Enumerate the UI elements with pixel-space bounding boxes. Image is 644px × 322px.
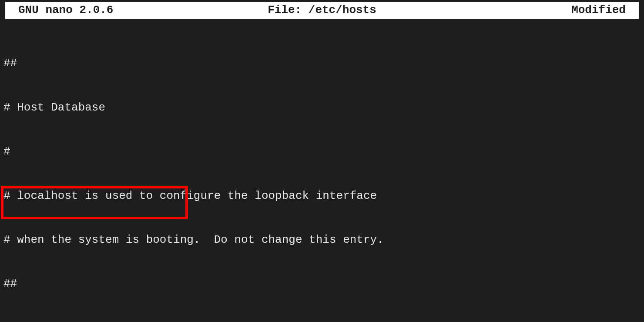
terminal-window: GNU nano 2.0.6 File: /etc/hosts Modified… (0, 2, 644, 322)
file-line: ## (3, 277, 641, 292)
nano-titlebar: GNU nano 2.0.6 File: /etc/hosts Modified (5, 2, 639, 19)
nano-modified-status: Modified (423, 3, 626, 18)
file-line: # when the system is booting. Do not cha… (3, 233, 641, 248)
editor-text-area[interactable]: ## # Host Database # # localhost is used… (0, 19, 644, 322)
file-line: # localhost is used to configure the loo… (3, 189, 641, 204)
file-line: # Host Database (3, 101, 641, 115)
nano-app-version: GNU nano 2.0.6 (18, 3, 221, 18)
file-line: # (3, 144, 641, 159)
file-line: ## (3, 56, 641, 71)
nano-file-label: File: /etc/hosts (221, 3, 423, 18)
